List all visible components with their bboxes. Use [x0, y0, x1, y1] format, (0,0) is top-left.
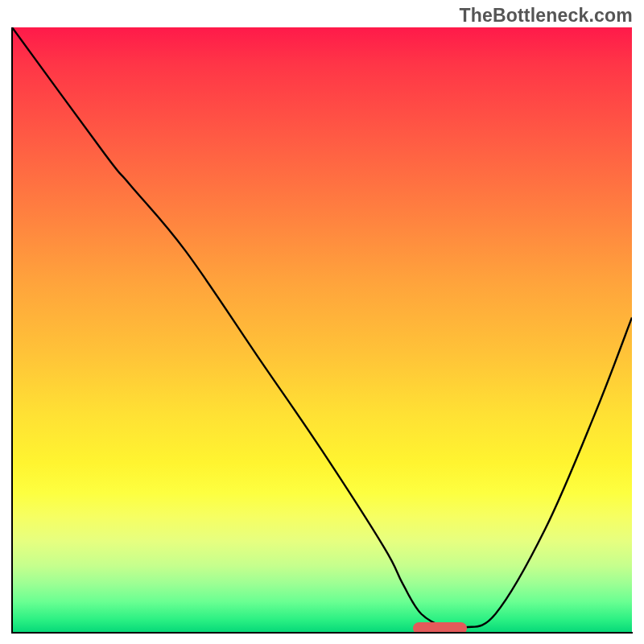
- plot-area: [12, 27, 632, 632]
- watermark-text: TheBottleneck.com: [459, 5, 633, 27]
- y-axis: [11, 27, 13, 633]
- curve-svg: [12, 27, 632, 632]
- x-axis: [11, 632, 633, 634]
- chart-container: TheBottleneck.com: [0, 0, 644, 644]
- optimal-zone-bar: [413, 622, 467, 632]
- bottleneck-curve: [12, 27, 632, 630]
